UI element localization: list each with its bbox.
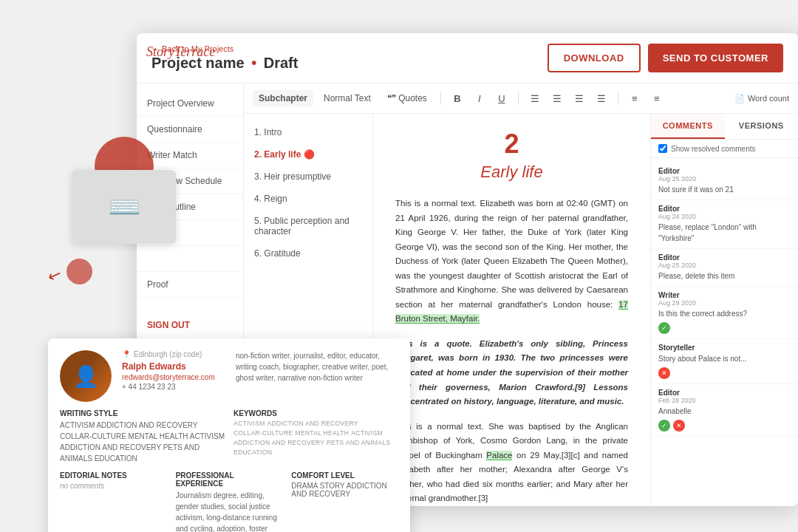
highlight-address: 17 Bruton Street, Mayfair. [395,300,628,324]
keyword-8: EDUCATION [233,449,272,456]
editorial-notes-col: EDITORIAL NOTES no comments [60,471,167,532]
comment-5-close-btn[interactable]: ✕ [658,367,670,379]
align-right-button[interactable]: ☰ [570,89,588,107]
comfort-text: DRAMA STORY ADDICTION AND RECOVERY [291,482,398,498]
word-count-label: Word count [748,94,789,103]
comment-5: Storyteller Story about Palace is not...… [651,339,798,384]
comment-3-role: Editor [658,253,791,262]
comment-2-role: Editor [658,205,791,213]
writer-bio: non-fiction writer, journalist, editor, … [236,350,398,402]
keyword-6: ADDICTION AND RECOVERY [233,439,324,446]
sidebar-item-questionnaire[interactable]: Questionnaire [137,117,243,143]
show-resolved-row: Show resolved comments [651,140,798,158]
comment-6-actions: ✓ ✕ [658,420,791,432]
list-ul-button[interactable]: ≡ [626,89,644,107]
chapter-item-5[interactable]: 5. Public perception and character [244,210,372,242]
keywords-col: KEYWORDS ACTIVISM ADDICTION AND RECOVERY… [233,409,398,464]
comment-5-text: Story about Palace is not... [658,353,791,364]
align-justify-button[interactable]: ☰ [593,89,610,107]
comments-panel: COMMENTS VERSIONS Show resolved comments… [650,114,798,506]
sidebar-item-blank2 [137,246,243,272]
keyword-7: PETS AND ANIMALS [327,439,390,446]
comments-list: Editor Aug 25 2020 Not sure if it was on… [651,158,798,506]
chapter-item-2[interactable]: 2. Early life 🔴 [244,143,372,166]
tab-subchapter[interactable]: Subchapter [253,90,313,106]
chapter-item-6[interactable]: 6. Gratitude [244,242,372,265]
professional-text: Journalism degree, editing, gender studi… [176,490,283,532]
keywords-title: KEYWORDS [233,409,398,417]
comment-6-x-btn[interactable]: ✕ [673,420,685,432]
typewriter-image: ⌨️ [72,170,176,244]
chapter-number: 2 [395,129,628,160]
tab-quotes[interactable]: ❝❞ Quotes [381,90,433,106]
chapter-item-4[interactable]: 4. Reign [244,188,372,210]
arrow-decoration: ↙ [45,265,64,287]
title-dot: • [251,55,261,71]
word-count-icon: 📄 [734,94,745,103]
tab-normal-text[interactable]: Normal Text [318,90,377,106]
comment-3: Editor Aug 25 2020 Please, delete this i… [651,249,798,287]
writer-mid-section: WRITING STYLE ACTIVISM ADDICTION AND REC… [60,409,398,464]
writer-top: 👤 📍 Edinburgh (zip code) Ralph Edwards r… [60,350,398,402]
document-area: 2 Early life This is a normal text. Eliz… [373,114,650,506]
writer-location: 📍 Edinburgh (zip code) [122,350,225,358]
toolbar: Subchapter Normal Text ❝❞ Quotes B I U ☰… [244,83,798,114]
writing-style-title: WRITING STYLE [60,409,225,417]
toolbar-separator [440,92,441,105]
writer-card: 👤 📍 Edinburgh (zip code) Ralph Edwards r… [48,338,410,532]
comment-4-text: Is this the correct address? [658,308,791,319]
location-pin-icon: 📍 [122,350,131,358]
comment-4: Writer Aug 29 2020 Is this the correct a… [651,287,798,339]
comment-3-text: Please, delete this item [658,270,791,282]
writer-email: redwards@storyterrace.com [122,373,225,381]
comment-4-role: Writer [658,291,791,299]
comfort-title: COMFORT LEVEL [291,471,398,480]
italic-button[interactable]: I [471,89,488,107]
bold-button[interactable]: B [449,89,466,107]
word-count-button[interactable]: 📄 Word count [734,94,789,103]
editorial-notes-text: no comments [60,482,167,490]
keyword-2: ADDICTION AND RECOVERY [267,420,358,427]
comment-2-text: Please, replace "London" with "Yorkshire… [658,222,791,244]
comment-2-date: Aug 24 2020 [658,213,791,220]
paragraph-quote: This is a quote. Elizabeth's only siblin… [395,337,628,409]
comment-5-role: Storyteller [658,344,791,352]
sidebar-item-project-overview[interactable]: Project Overview [137,91,243,117]
writing-style-text: ACTIVISM ADDICTION AND RECOVERY COLLAR-C… [60,420,225,464]
show-resolved-checkbox[interactable] [658,144,667,153]
comment-2: Editor Aug 24 2020 Please, replace "Lond… [651,200,798,249]
chapter-item-3[interactable]: 3. Heir presumptive [244,166,372,188]
paragraph-1: This is a normal text. Elizabeth was bor… [395,197,628,327]
highlight-palace: Palace [486,451,512,460]
align-center-button[interactable]: ☰ [548,89,566,107]
professional-col: PROFESSIONAL EXPERIENCE Journalism degre… [176,471,283,532]
signout-link[interactable]: SIGN OUT [137,313,243,338]
tab-comments[interactable]: COMMENTS [651,114,725,139]
underline-button[interactable]: U [493,89,511,107]
list-ol-button[interactable]: ≡ [648,89,666,107]
keyword-1: ACTIVISM [233,420,265,427]
keyword-4: MENTAL HEALTH [296,429,349,437]
comment-6-text: Annabelle [658,406,791,417]
editorial-notes-title: EDITORIAL NOTES [60,471,167,480]
show-resolved-label: Show resolved comments [671,145,756,153]
toolbar-separator-2 [518,92,519,105]
comment-6-check-btn[interactable]: ✓ [658,420,670,432]
sidebar-item-proof[interactable]: Proof [137,272,243,298]
toolbar-separator-3 [618,92,618,105]
project-status: Draft [264,55,299,71]
comment-6: Editor Feb 28 2020 Annabelle ✓ ✕ [651,384,798,437]
writing-style-col: WRITING STYLE ACTIVISM ADDICTION AND REC… [60,409,225,464]
professional-title: PROFESSIONAL EXPERIENCE [176,471,283,488]
align-left-button[interactable]: ☰ [526,89,544,107]
comment-4-check-btn[interactable]: ✓ [658,322,670,334]
tab-versions[interactable]: VERSIONS [725,114,799,139]
send-to-customer-button[interactable]: SEND TO CUSTOMER [648,44,783,72]
paragraph-3: This is a normal text. She was baptised … [395,420,628,506]
download-button[interactable]: DOWNLOAD [548,44,641,72]
writer-name: Ralph Edwards [122,361,225,372]
keywords-row: ACTIVISM ADDICTION AND RECOVERY COLLAR-C… [233,420,398,456]
chapter-item-1[interactable]: 1. Intro [244,121,372,143]
keyword-5: ACTIVISM [351,429,383,437]
header: ← Back to My Projects Project name • Dra… [137,33,798,83]
